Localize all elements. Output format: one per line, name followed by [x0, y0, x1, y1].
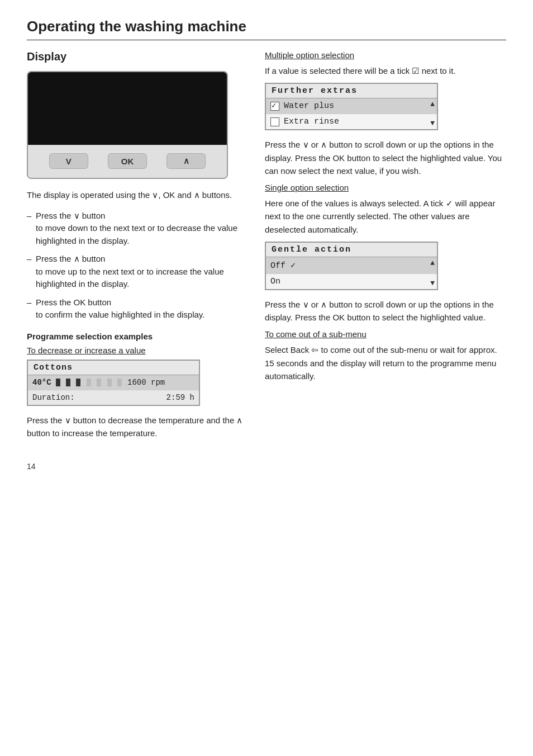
- scroll-down-arrow-1: ▼: [430, 119, 435, 127]
- multiple-option-link[interactable]: Multiple option selection: [265, 50, 506, 60]
- water-plus-row: Water plus ▲: [266, 98, 437, 114]
- bar-5: [97, 379, 101, 386]
- on-label: On: [270, 277, 280, 286]
- extra-rinse-checkbox: [270, 117, 279, 126]
- bullet-detail-3: to confirm the value highlighted in the …: [36, 309, 245, 322]
- page-number: 14: [27, 462, 506, 471]
- gentle-action-lcd: Gentle action Off ✓ ▲ On ▼: [265, 242, 438, 290]
- v-button-col: V: [49, 153, 88, 169]
- bar-2: [66, 379, 70, 386]
- display-screen: [28, 72, 227, 145]
- button-row: V OK ∧: [28, 145, 227, 178]
- extra-rinse-label: Extra rinse: [284, 117, 339, 126]
- gentle-action-header: Gentle action: [266, 243, 437, 257]
- bar-7: [117, 379, 122, 386]
- multiple-option-description2: Press the ∨ or ∧ button to scroll down o…: [265, 138, 506, 177]
- bullet-list: Press the ∨ button to move down to the n…: [27, 210, 245, 322]
- bullet-item-3: Press the OK button to confirm the value…: [27, 296, 245, 322]
- extra-rinse-row: Extra rinse ▼: [266, 114, 437, 129]
- bullet-detail-2: to move up to the next text or to increa…: [36, 266, 245, 291]
- v-button[interactable]: V: [49, 153, 88, 169]
- scroll-up-arrow-1: ▲: [430, 100, 435, 108]
- sub-menu-description: Select Back ⇦ to come out of the sub-men…: [265, 343, 506, 382]
- scroll-down-arrow-2: ▼: [430, 279, 435, 287]
- off-label: Off ✓: [270, 260, 296, 271]
- bullet-action-3: Press the OK button: [36, 297, 111, 307]
- sub-menu-link[interactable]: To come out of a sub-menu: [265, 329, 506, 339]
- duration-label: Duration:: [32, 393, 75, 402]
- machine-display: V OK ∧: [27, 71, 228, 179]
- water-plus-label: Water plus: [284, 101, 334, 111]
- bullet-action-2: Press the ∧ button: [36, 254, 105, 263]
- single-option-description: Here one of the values is always selecte…: [265, 197, 506, 236]
- decrease-increase-link[interactable]: To decrease or increase a value: [27, 346, 245, 355]
- caret-button-col: ∧: [166, 153, 206, 169]
- scroll-up-arrow-2: ▲: [430, 259, 435, 267]
- off-row: Off ✓ ▲: [266, 257, 437, 274]
- temp-label: 40°C: [32, 378, 51, 387]
- bar-1: [56, 379, 60, 386]
- bullet-detail-1: to move down to the next text or to decr…: [36, 222, 245, 247]
- cottons-header: Cottons: [28, 361, 199, 375]
- rpm-label: 1600 rpm: [127, 378, 165, 387]
- decrease-increase-description: Press the ∨ button to decrease the tempe…: [27, 414, 245, 440]
- programme-examples-title: Programme selection examples: [27, 332, 245, 341]
- bullet-item-2: Press the ∧ button to move up to the nex…: [27, 253, 245, 291]
- lcd-scroll-box-1: Water plus ▲ Extra rinse ▼: [266, 98, 437, 129]
- lcd-scroll-box-2: Off ✓ ▲ On ▼: [266, 257, 437, 289]
- single-option-link[interactable]: Single option selection: [265, 183, 506, 192]
- page-title: Operating the washing machine: [27, 18, 506, 40]
- duration-value: 2:59 h: [166, 393, 194, 402]
- cottons-lcd: Cottons 40°C 1600 rpm Duration: 2:59 h: [27, 360, 200, 406]
- right-column: Multiple option selection If a value is …: [265, 50, 506, 445]
- ok-button[interactable]: OK: [108, 153, 147, 169]
- water-plus-checkbox: [270, 102, 279, 111]
- bar-4: [87, 379, 91, 386]
- display-description: The display is operated using the ∨, OK …: [27, 189, 245, 202]
- left-column: Display V OK ∧ The display is operated u…: [27, 50, 245, 445]
- on-row: On ▼: [266, 274, 437, 289]
- further-extras-lcd: Further extras Water plus ▲ Extra rinse …: [265, 83, 438, 130]
- single-option-description2: Press the ∨ or ∧ button to scroll down o…: [265, 298, 506, 324]
- lcd-temp-row: 40°C 1600 rpm: [28, 375, 199, 390]
- display-section-title: Display: [27, 50, 245, 63]
- bullet-action-1: Press the ∨ button: [36, 211, 105, 220]
- bar-6: [107, 379, 112, 386]
- further-extras-header: Further extras: [266, 84, 437, 98]
- bar-3: [76, 379, 80, 386]
- bullet-item-1: Press the ∨ button to move down to the n…: [27, 210, 245, 248]
- multiple-option-description: If a value is selected there will be a t…: [265, 64, 506, 77]
- ok-button-col: OK: [108, 153, 147, 169]
- caret-button[interactable]: ∧: [166, 153, 206, 169]
- duration-row: Duration: 2:59 h: [28, 390, 199, 405]
- bar-segments: [56, 378, 123, 387]
